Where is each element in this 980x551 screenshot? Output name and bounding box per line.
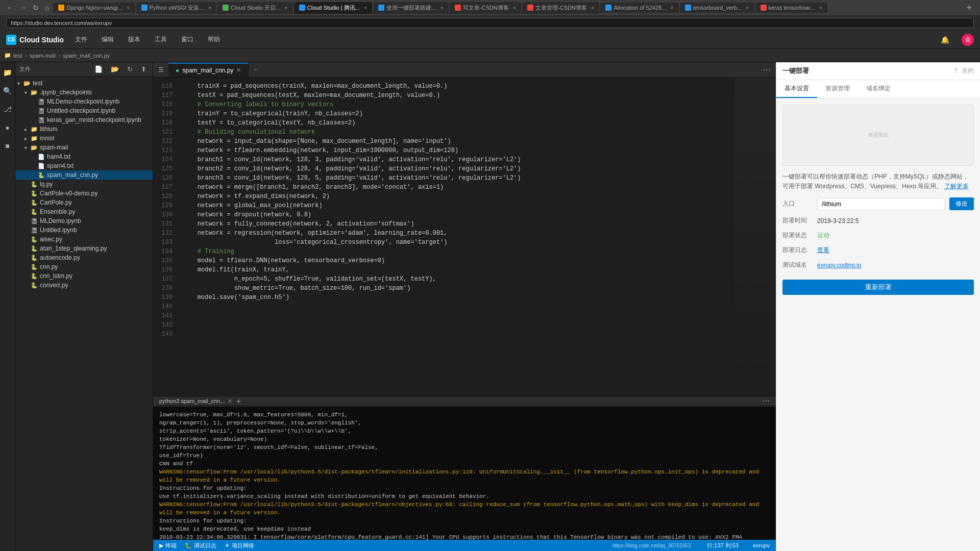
browser-tab[interactable]: Cloud Studio | 腾讯...×	[294, 2, 373, 14]
folder-file-icon: 📁	[31, 126, 38, 133]
tree-item[interactable]: 📄spam4.txt	[15, 161, 153, 170]
tab-close-btn[interactable]: ✕	[236, 67, 241, 73]
breadcrumb-item-2[interactable]: spam_mail_cnn.py	[63, 53, 110, 59]
explorer-icon[interactable]: 📁	[2, 66, 14, 79]
entry-input[interactable]	[817, 198, 945, 210]
tree-item[interactable]: 🐍spam_mail_cnn.py	[15, 170, 153, 180]
editor-more-btn[interactable]: ⋯	[757, 65, 776, 74]
tree-item[interactable]: 🐍cnn.py	[15, 262, 153, 271]
tree-item[interactable]: 🐍lq.py	[15, 180, 153, 189]
browser-tab[interactable]: Python uWSGI 安装...×	[136, 2, 216, 14]
menu-version[interactable]: 版本	[125, 33, 143, 46]
tree-item[interactable]: 🐍convert.py	[15, 281, 153, 290]
tree-item[interactable]: 📓MLDemo-checkpoint.ipynb	[15, 97, 153, 106]
tree-item[interactable]: ▸📁lithium	[15, 124, 153, 134]
redeploy-btn[interactable]: 重新部署	[782, 280, 974, 295]
terminal-tab-close[interactable]: ✕	[228, 398, 232, 405]
tab-basic-settings[interactable]: 基本设置	[776, 80, 817, 98]
tree-item[interactable]: 📓MLDemo.ipynb	[15, 216, 153, 226]
debug-log-item[interactable]: 🐛 调试日志	[185, 542, 216, 549]
tree-item[interactable]: ▾📂.ipynb_checkpoints	[15, 88, 153, 97]
menu-file[interactable]: 文件	[72, 33, 90, 46]
new-tab-btn[interactable]: +	[962, 3, 976, 13]
tab-close-icon[interactable]: ×	[284, 5, 287, 11]
modify-btn[interactable]: 修改	[949, 197, 974, 210]
tab-resource-management[interactable]: 资源管理	[817, 80, 858, 98]
refresh-tree-btn[interactable]: ↻	[125, 64, 135, 74]
browser-tab[interactable]: 使用一键部署搭建...×	[373, 2, 449, 14]
add-tab-btn[interactable]: +	[249, 63, 262, 77]
menu-window[interactable]: 窗口	[178, 33, 197, 46]
terminal-more-btn[interactable]: ⋯	[763, 397, 770, 405]
tab-close-icon[interactable]: ×	[364, 5, 367, 11]
git-icon[interactable]: ⎇	[2, 103, 14, 115]
tab-close-icon[interactable]: ×	[127, 5, 130, 11]
menu-edit[interactable]: 编辑	[99, 33, 117, 46]
tab-close-icon[interactable]: ×	[746, 5, 749, 11]
tab-domain-binding[interactable]: 域名绑定	[858, 80, 899, 98]
avatar[interactable]: 金	[962, 34, 974, 46]
tree-item[interactable]: 📓Untitled-checkpoint.ipynb	[15, 106, 153, 115]
browser-tab[interactable]: tensorboard_verb...×	[680, 3, 754, 13]
terminal-output[interactable]: lowercase=True, max_df=1.0, max_features…	[153, 406, 776, 540]
browser-tab[interactable]: 写文章-CSDN博客×	[450, 2, 521, 14]
tab-close-icon[interactable]: ×	[208, 5, 211, 11]
tree-item[interactable]: ▾📂spam-mail	[15, 143, 153, 152]
help-icon[interactable]: ?	[954, 67, 958, 74]
tree-item[interactable]: 📓keras_gan_mnist-checkpoint.ipynb	[15, 115, 153, 124]
learn-more-link[interactable]: 了解更多	[944, 183, 969, 190]
notification-icon[interactable]: 🔔	[941, 36, 949, 44]
refresh-btn[interactable]: ↻	[31, 4, 41, 12]
right-panel-close-btn[interactable]: 关闭	[962, 67, 974, 76]
terminal-line: Use tf.initializers.variance_scaling ins…	[159, 492, 770, 500]
browser-tab[interactable]: 文章管理-CSDN博客×	[522, 2, 599, 14]
file-tree: ▾📂test▾📂.ipynb_checkpoints📓MLDemo-checkp…	[15, 77, 153, 551]
breadcrumb-item-1[interactable]: spam-mail	[30, 53, 56, 59]
menu-tools[interactable]: 工具	[152, 33, 170, 46]
breadcrumb-item-0[interactable]: test	[13, 53, 22, 59]
browser-tab[interactable]: Django Nginx+uwsgi...×	[53, 3, 135, 13]
collapse-btn[interactable]: ⬆	[139, 64, 149, 74]
extensions-icon[interactable]: ■	[2, 140, 14, 152]
tab-favicon	[223, 5, 229, 11]
home-btn[interactable]: ⌂	[43, 4, 51, 12]
back-btn[interactable]: ←	[4, 4, 15, 12]
tab-close-icon[interactable]: ×	[440, 5, 443, 11]
debug-icon: 🐛	[185, 542, 192, 549]
code-content[interactable]: trainX = pad_sequences(trainX, maxlen=ma…	[179, 78, 735, 397]
search-icon[interactable]: 🔍	[2, 85, 14, 97]
tree-item[interactable]: 🐍aisec.py	[15, 235, 153, 244]
tree-item[interactable]: 📄ham4.txt	[15, 152, 153, 161]
tree-item[interactable]: 🐍CartPole-v0-demo.py	[15, 189, 153, 198]
tree-item[interactable]: 🐍CartPole.py	[15, 198, 153, 207]
forward-btn[interactable]: →	[17, 4, 29, 12]
debug-icon[interactable]: ●	[2, 121, 14, 134]
tab-close-icon[interactable]: ×	[670, 5, 673, 11]
browser-tab[interactable]: Cloud Studio 开启...×	[217, 2, 293, 14]
terminal-footer-item[interactable]: ▶ 终端	[159, 542, 177, 549]
domain-link[interactable]: exrupv.coding.io	[817, 262, 862, 269]
tab-close-icon[interactable]: ×	[513, 5, 516, 11]
browser-tab[interactable]: Allocation of 52428...×	[600, 3, 678, 13]
tree-item[interactable]: ▾📂test	[15, 79, 153, 88]
menu-help[interactable]: 帮助	[205, 33, 223, 46]
log-link[interactable]: 查看	[817, 246, 829, 255]
editor-menu-btn[interactable]: ☰	[153, 62, 168, 78]
tree-item[interactable]: 🐍Ensemble.py	[15, 207, 153, 216]
terminal-tab[interactable]: python3 spam_mail_cnn... ✕	[159, 398, 232, 405]
new-file-btn[interactable]: 📄	[92, 64, 105, 74]
tree-item[interactable]: ▸📁mnist	[15, 134, 153, 143]
tree-item[interactable]: 🐍cnn_lstm.py	[15, 271, 153, 281]
tab-close-icon[interactable]: ×	[591, 5, 594, 11]
tree-item[interactable]: 📓Untitled.ipynb	[15, 226, 153, 235]
tree-item[interactable]: 🐍atari_1step_qlearning.py	[15, 244, 153, 253]
network-item[interactable]: ☀ 项目网络	[225, 542, 254, 549]
browser-tab[interactable]: keras tensorboar...×	[755, 3, 828, 13]
tree-item-label: ham4.txt	[47, 153, 70, 160]
new-folder-btn[interactable]: 📂	[109, 64, 121, 74]
address-input[interactable]	[6, 18, 974, 28]
tab-close-icon[interactable]: ×	[819, 5, 822, 11]
terminal-add-btn[interactable]: +	[236, 397, 240, 405]
tree-item[interactable]: 🐍autoencode.py	[15, 253, 153, 262]
editor-tab-spam-mail-cnn[interactable]: ● spam_mail_cnn.py ✕	[168, 63, 249, 77]
